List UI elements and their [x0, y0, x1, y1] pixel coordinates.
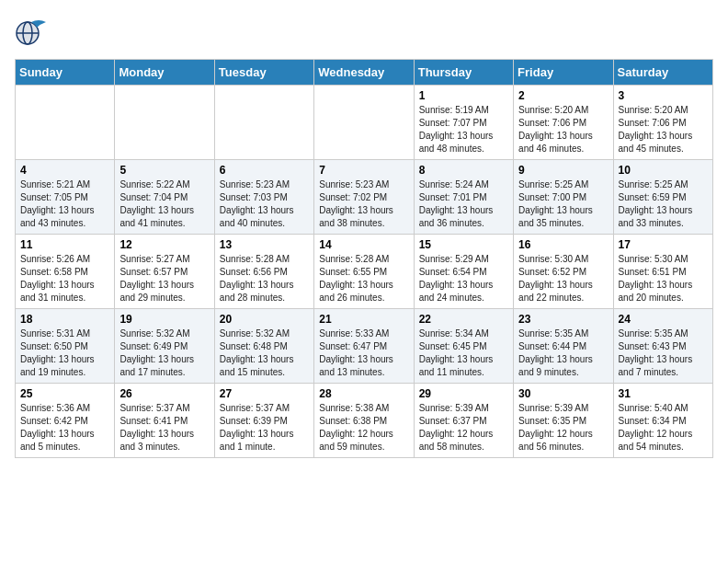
- calendar-cell: 25Sunrise: 5:36 AM Sunset: 6:42 PM Dayli…: [16, 384, 115, 458]
- calendar-cell: 24Sunrise: 5:35 AM Sunset: 6:43 PM Dayli…: [613, 309, 712, 384]
- calendar-cell: 19Sunrise: 5:32 AM Sunset: 6:49 PM Dayli…: [115, 309, 214, 384]
- weekday-header-tuesday: Tuesday: [214, 60, 313, 86]
- day-info: Sunrise: 5:23 AM Sunset: 7:02 PM Dayligh…: [319, 178, 408, 230]
- day-number: 29: [419, 387, 508, 400]
- calendar-cell: 26Sunrise: 5:37 AM Sunset: 6:41 PM Dayli…: [115, 384, 214, 458]
- day-number: 10: [619, 164, 708, 177]
- day-info: Sunrise: 5:21 AM Sunset: 7:05 PM Dayligh…: [20, 178, 109, 230]
- calendar-cell: 9Sunrise: 5:25 AM Sunset: 7:00 PM Daylig…: [514, 160, 613, 235]
- day-info: Sunrise: 5:40 AM Sunset: 6:34 PM Dayligh…: [619, 402, 708, 454]
- calendar-table: SundayMondayTuesdayWednesdayThursdayFrid…: [15, 59, 713, 458]
- day-number: 23: [518, 313, 608, 326]
- calendar-cell: [214, 86, 313, 160]
- calendar-cell: 21Sunrise: 5:33 AM Sunset: 6:47 PM Dayli…: [314, 309, 414, 384]
- calendar-cell: 2Sunrise: 5:20 AM Sunset: 7:06 PM Daylig…: [514, 86, 613, 160]
- day-info: Sunrise: 5:34 AM Sunset: 6:45 PM Dayligh…: [419, 327, 508, 379]
- day-number: 4: [20, 164, 109, 177]
- calendar-cell: 14Sunrise: 5:28 AM Sunset: 6:55 PM Dayli…: [314, 235, 414, 309]
- calendar-cell: 17Sunrise: 5:30 AM Sunset: 6:51 PM Dayli…: [613, 235, 712, 309]
- day-info: Sunrise: 5:31 AM Sunset: 6:50 PM Dayligh…: [20, 327, 109, 379]
- day-number: 1: [419, 89, 508, 102]
- calendar-cell: 1Sunrise: 5:19 AM Sunset: 7:07 PM Daylig…: [414, 86, 513, 160]
- calendar-cell: 22Sunrise: 5:34 AM Sunset: 6:45 PM Dayli…: [414, 309, 513, 384]
- day-number: 31: [619, 387, 708, 400]
- day-info: Sunrise: 5:36 AM Sunset: 6:42 PM Dayligh…: [20, 402, 109, 454]
- week-row-3: 11Sunrise: 5:26 AM Sunset: 6:58 PM Dayli…: [16, 235, 713, 309]
- day-info: Sunrise: 5:28 AM Sunset: 6:56 PM Dayligh…: [220, 253, 309, 304]
- day-info: Sunrise: 5:37 AM Sunset: 6:41 PM Dayligh…: [119, 402, 209, 454]
- day-info: Sunrise: 5:24 AM Sunset: 7:01 PM Dayligh…: [419, 178, 508, 230]
- week-row-5: 25Sunrise: 5:36 AM Sunset: 6:42 PM Dayli…: [16, 384, 713, 458]
- day-info: Sunrise: 5:35 AM Sunset: 6:44 PM Dayligh…: [518, 327, 608, 379]
- day-number: 21: [319, 313, 408, 326]
- day-info: Sunrise: 5:39 AM Sunset: 6:35 PM Dayligh…: [518, 402, 608, 454]
- weekday-header-sunday: Sunday: [16, 60, 115, 86]
- day-number: 9: [518, 164, 608, 177]
- calendar-cell: 11Sunrise: 5:26 AM Sunset: 6:58 PM Dayli…: [16, 235, 115, 309]
- day-info: Sunrise: 5:39 AM Sunset: 6:37 PM Dayligh…: [419, 402, 508, 454]
- day-number: 22: [419, 313, 508, 326]
- weekday-header-row: SundayMondayTuesdayWednesdayThursdayFrid…: [16, 60, 713, 86]
- day-number: 14: [319, 238, 408, 251]
- day-number: 18: [20, 313, 109, 326]
- calendar-cell: 29Sunrise: 5:39 AM Sunset: 6:37 PM Dayli…: [414, 384, 513, 458]
- day-number: 3: [619, 89, 708, 102]
- calendar-cell: 16Sunrise: 5:30 AM Sunset: 6:52 PM Dayli…: [514, 235, 613, 309]
- calendar-cell: [16, 86, 115, 160]
- day-number: 13: [220, 238, 309, 251]
- weekday-header-wednesday: Wednesday: [314, 60, 414, 86]
- calendar-cell: 15Sunrise: 5:29 AM Sunset: 6:54 PM Dayli…: [414, 235, 513, 309]
- logo: [15, 15, 53, 50]
- day-number: 8: [419, 164, 508, 177]
- calendar-cell: 3Sunrise: 5:20 AM Sunset: 7:06 PM Daylig…: [613, 86, 712, 160]
- day-info: Sunrise: 5:30 AM Sunset: 6:52 PM Dayligh…: [518, 253, 608, 304]
- day-number: 15: [419, 238, 508, 251]
- day-info: Sunrise: 5:25 AM Sunset: 7:00 PM Dayligh…: [518, 178, 608, 230]
- day-number: 5: [119, 164, 209, 177]
- day-info: Sunrise: 5:30 AM Sunset: 6:51 PM Dayligh…: [619, 253, 708, 304]
- page-header: [15, 15, 713, 50]
- day-number: 19: [119, 313, 209, 326]
- day-info: Sunrise: 5:38 AM Sunset: 6:38 PM Dayligh…: [319, 402, 408, 454]
- weekday-header-monday: Monday: [115, 60, 214, 86]
- day-number: 16: [518, 238, 608, 251]
- day-number: 20: [220, 313, 309, 326]
- day-info: Sunrise: 5:32 AM Sunset: 6:49 PM Dayligh…: [119, 327, 209, 379]
- day-info: Sunrise: 5:37 AM Sunset: 6:39 PM Dayligh…: [220, 402, 309, 454]
- weekday-header-thursday: Thursday: [414, 60, 513, 86]
- calendar-cell: [115, 86, 214, 160]
- calendar-cell: 28Sunrise: 5:38 AM Sunset: 6:38 PM Dayli…: [314, 384, 414, 458]
- day-info: Sunrise: 5:20 AM Sunset: 7:06 PM Dayligh…: [518, 104, 608, 155]
- calendar-cell: 23Sunrise: 5:35 AM Sunset: 6:44 PM Dayli…: [514, 309, 613, 384]
- day-info: Sunrise: 5:35 AM Sunset: 6:43 PM Dayligh…: [619, 327, 708, 379]
- calendar-cell: 5Sunrise: 5:22 AM Sunset: 7:04 PM Daylig…: [115, 160, 214, 235]
- calendar-cell: 4Sunrise: 5:21 AM Sunset: 7:05 PM Daylig…: [16, 160, 115, 235]
- day-info: Sunrise: 5:28 AM Sunset: 6:55 PM Dayligh…: [319, 253, 408, 304]
- week-row-1: 1Sunrise: 5:19 AM Sunset: 7:07 PM Daylig…: [16, 86, 713, 160]
- day-info: Sunrise: 5:26 AM Sunset: 6:58 PM Dayligh…: [20, 253, 109, 304]
- day-info: Sunrise: 5:33 AM Sunset: 6:47 PM Dayligh…: [319, 327, 408, 379]
- day-info: Sunrise: 5:29 AM Sunset: 6:54 PM Dayligh…: [419, 253, 508, 304]
- day-number: 28: [319, 387, 408, 400]
- calendar-cell: 31Sunrise: 5:40 AM Sunset: 6:34 PM Dayli…: [613, 384, 712, 458]
- day-number: 24: [619, 313, 708, 326]
- day-number: 2: [518, 89, 608, 102]
- weekday-header-friday: Friday: [514, 60, 613, 86]
- calendar-cell: 18Sunrise: 5:31 AM Sunset: 6:50 PM Dayli…: [16, 309, 115, 384]
- calendar-cell: 13Sunrise: 5:28 AM Sunset: 6:56 PM Dayli…: [214, 235, 313, 309]
- weekday-header-saturday: Saturday: [613, 60, 712, 86]
- day-number: 6: [220, 164, 309, 177]
- calendar-cell: 7Sunrise: 5:23 AM Sunset: 7:02 PM Daylig…: [314, 160, 414, 235]
- week-row-2: 4Sunrise: 5:21 AM Sunset: 7:05 PM Daylig…: [16, 160, 713, 235]
- day-number: 26: [119, 387, 209, 400]
- day-info: Sunrise: 5:22 AM Sunset: 7:04 PM Dayligh…: [119, 178, 209, 230]
- week-row-4: 18Sunrise: 5:31 AM Sunset: 6:50 PM Dayli…: [16, 309, 713, 384]
- calendar-cell: [314, 86, 414, 160]
- day-number: 11: [20, 238, 109, 251]
- logo-icon: [15, 15, 50, 50]
- calendar-cell: 12Sunrise: 5:27 AM Sunset: 6:57 PM Dayli…: [115, 235, 214, 309]
- calendar-cell: 20Sunrise: 5:32 AM Sunset: 6:48 PM Dayli…: [214, 309, 313, 384]
- day-number: 12: [119, 238, 209, 251]
- day-info: Sunrise: 5:32 AM Sunset: 6:48 PM Dayligh…: [220, 327, 309, 379]
- calendar-cell: 10Sunrise: 5:25 AM Sunset: 6:59 PM Dayli…: [613, 160, 712, 235]
